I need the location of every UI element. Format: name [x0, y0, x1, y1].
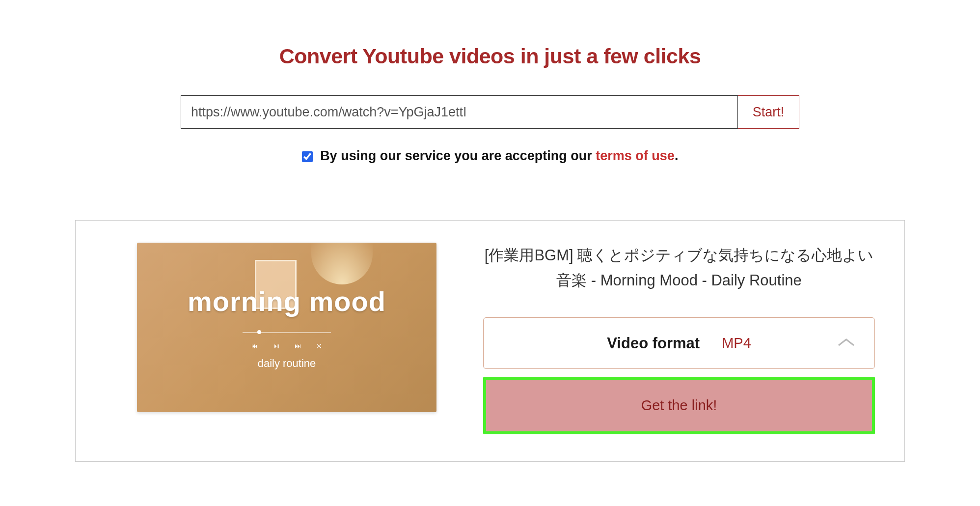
page-heading: Convert Youtube videos in just a few cli… — [73, 44, 907, 68]
video-title: [作業用BGM] 聴くとポジティブな気持ちになる心地よい音楽 - Morning… — [483, 243, 875, 293]
video-thumbnail: morning mood ⏮ ⏯ ⏭ ⤭ daily routine — [137, 243, 436, 412]
terms-row: By using our service you are accepting o… — [73, 148, 907, 164]
next-icon: ⏭ — [295, 342, 301, 350]
terms-pre-text: By using our service you are accepting o… — [320, 148, 596, 163]
thumb-overlay: morning mood ⏮ ⏯ ⏭ ⤭ daily routine — [137, 243, 436, 412]
shuffle-icon: ⤭ — [316, 342, 322, 350]
url-input[interactable] — [181, 95, 738, 129]
get-link-highlight: Get the link! — [483, 377, 875, 434]
format-value: MP4 — [722, 335, 751, 351]
format-label: Video format — [607, 335, 700, 352]
terms-checkbox[interactable] — [302, 151, 313, 162]
chevron-up-icon — [838, 337, 855, 349]
thumb-controls: ⏮ ⏯ ⏭ ⤭ — [251, 342, 322, 350]
result-card: morning mood ⏮ ⏯ ⏭ ⤭ daily routine [作業用B… — [75, 220, 905, 462]
result-right-column: [作業用BGM] 聴くとポジティブな気持ちになる心地よい音楽 - Morning… — [483, 243, 875, 434]
play-pause-icon: ⏯ — [273, 342, 280, 350]
prev-icon: ⏮ — [251, 342, 258, 350]
terms-post-text: . — [675, 148, 679, 163]
thumb-progress-bar — [243, 332, 331, 333]
thumb-title: morning mood — [188, 285, 386, 317]
url-input-row: Start! — [181, 95, 799, 129]
start-button[interactable]: Start! — [738, 95, 799, 129]
terms-link[interactable]: terms of use — [596, 148, 675, 163]
get-link-button[interactable]: Get the link! — [486, 380, 872, 431]
thumb-subtitle: daily routine — [258, 357, 316, 370]
format-selector[interactable]: Video format MP4 — [483, 317, 875, 369]
